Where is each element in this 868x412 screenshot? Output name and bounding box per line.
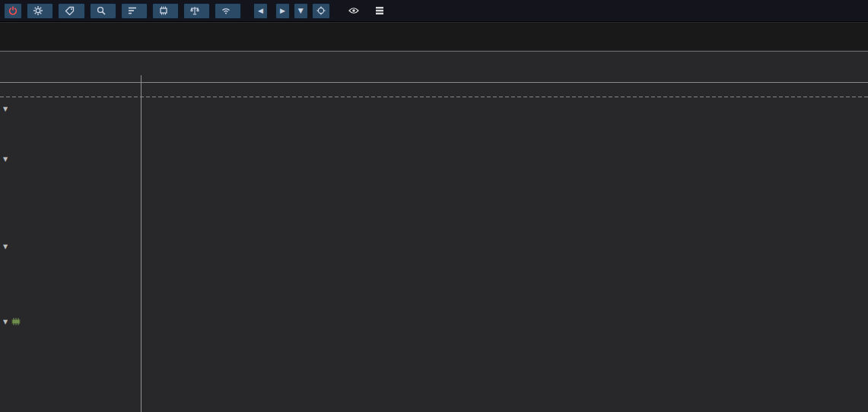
collapse-icon: ▼: [3, 156, 8, 163]
memory-chip-icon: [11, 318, 21, 325]
section-main-thread[interactable]: ▼: [3, 156, 11, 163]
profiler-window: ◀ ▶ ▼ ▼ ▼ ▼ ▼: [0, 0, 868, 412]
section-game[interactable]: ▼: [3, 243, 11, 250]
collapse-icon: ▼: [3, 319, 8, 325]
section-opengl[interactable]: ▼: [3, 106, 11, 113]
memory-plot[interactable]: [0, 331, 868, 412]
crosshair-line: [141, 75, 141, 412]
section-memory[interactable]: ▼: [3, 318, 28, 325]
collapse-icon: ▼: [3, 243, 8, 250]
collapse-icon: ▼: [3, 106, 8, 113]
